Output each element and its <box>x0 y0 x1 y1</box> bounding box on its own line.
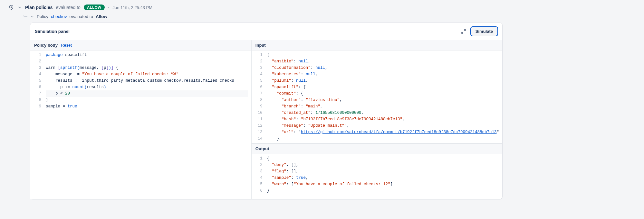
allow-badge: ALLOW <box>84 5 105 10</box>
policy-result: Allow <box>96 14 107 19</box>
simulation-panel: Simulation panel Simulate Policy body Re… <box>30 23 502 199</box>
code-line[interactable]: sample = true <box>46 103 248 110</box>
code-line[interactable]: "spacelift": { <box>267 84 499 90</box>
code-line[interactable]: p < 20 <box>46 90 248 97</box>
reset-link[interactable]: Reset <box>61 43 72 48</box>
code-line[interactable]: "commit": { <box>267 90 499 97</box>
output-editor[interactable]: 123456 { "deny": [], "flag": [], "sample… <box>252 154 502 199</box>
header-evaluated-to: evaluated to <box>56 5 81 10</box>
shield-icon <box>8 5 14 10</box>
code-line[interactable]: "deny": [], <box>267 162 499 168</box>
svg-line-1 <box>464 30 466 31</box>
svg-line-2 <box>462 32 463 33</box>
code-line[interactable]: "created_at": 1716556816000000000, <box>267 110 499 116</box>
code-line[interactable]: "ansible": null, <box>267 58 499 65</box>
code-line[interactable] <box>46 58 248 65</box>
code-line[interactable]: "sample": true, <box>267 175 499 181</box>
code-line[interactable]: "message": "Update main.tf", <box>267 123 499 129</box>
code-line[interactable]: }, <box>267 135 499 142</box>
code-line[interactable]: "cloudformation": null, <box>267 65 499 71</box>
chevron-down-icon[interactable] <box>30 15 34 19</box>
policy-body-editor[interactable]: 123456789 package spacelift warn [sprint… <box>30 50 251 199</box>
input-title: Input <box>255 43 266 48</box>
code-line[interactable]: "pulumi": null, <box>267 78 499 84</box>
code-line[interactable]: "author": "flavius-dinu", <box>267 97 499 103</box>
header-title: Plan policies <box>25 5 53 10</box>
output-header: Output <box>252 143 502 154</box>
policy-evaluated-to: evaluated to <box>70 14 93 19</box>
expand-button[interactable] <box>460 28 467 35</box>
code-line[interactable]: "flag": [], <box>267 168 499 175</box>
output-title: Output <box>255 146 269 151</box>
plan-policies-header: Plan policies evaluated to ALLOW • Jun 1… <box>6 3 638 12</box>
separator-dot: • <box>108 5 110 10</box>
code-line[interactable]: } <box>267 187 499 194</box>
code-line[interactable]: "url": "https://github.com/saturnhead/tf… <box>267 129 499 135</box>
code-line[interactable]: "kubernetes": null, <box>267 71 499 78</box>
code-line[interactable]: message := "You have a couple of failed … <box>46 71 248 78</box>
header-timestamp: Jun 11th, 2:25:43 PM <box>112 5 152 10</box>
input-editor[interactable]: 1234567891011121314 { "ansible": null, "… <box>252 50 502 143</box>
code-line[interactable]: package spacelift <box>46 52 248 58</box>
code-line[interactable]: results := input.third_party_metadata.cu… <box>46 78 248 84</box>
policy-label: Policy <box>37 14 48 19</box>
svg-point-0 <box>11 7 12 8</box>
panel-title: Simulation panel <box>35 29 70 34</box>
code-line[interactable]: { <box>267 52 499 58</box>
input-header: Input <box>252 40 502 50</box>
policy-body-title: Policy body <box>34 43 58 48</box>
policy-body-header: Policy body Reset <box>30 40 251 50</box>
policy-name-link[interactable]: checkov <box>51 14 67 19</box>
chevron-down-icon[interactable] <box>17 5 22 10</box>
code-line[interactable]: "branch": "main", <box>267 103 499 110</box>
simulate-button[interactable]: Simulate <box>471 27 498 36</box>
code-line[interactable]: "warn": ["You have a couple of failed ch… <box>267 181 499 187</box>
code-line[interactable]: p := count(results) <box>46 84 248 90</box>
code-line[interactable]: { <box>267 155 499 162</box>
code-line[interactable]: "hash": "b7192ff7b7eed18c9f38e7dc7909421… <box>267 116 499 123</box>
code-line[interactable]: warn [sprintf(message, [p])] { <box>46 65 248 71</box>
tree-connector <box>23 8 27 17</box>
code-line[interactable]: } <box>46 97 248 103</box>
policy-sub-header: Policy checkov evaluated to Allow <box>30 14 638 19</box>
